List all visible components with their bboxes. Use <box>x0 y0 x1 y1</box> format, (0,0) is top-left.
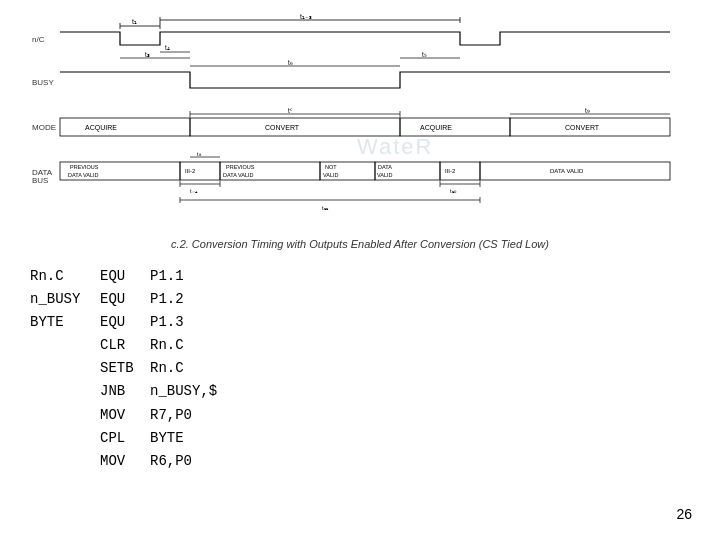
operand-r7p0: R7,P0 <box>150 404 192 427</box>
operand-nbusy-dollar: n_BUSY,$ <box>150 380 217 403</box>
label-empty-8 <box>30 427 100 450</box>
svg-text:ACQUIRE: ACQUIRE <box>420 124 452 132</box>
code-line-8: CPL BYTE <box>30 427 217 450</box>
svg-text:DATA VALID: DATA VALID <box>223 172 254 178</box>
svg-text:VALID: VALID <box>323 172 339 178</box>
label-empty-7 <box>30 404 100 427</box>
svg-text:t₁: t₁ <box>132 18 137 25</box>
svg-text:NOT: NOT <box>325 164 337 170</box>
label-empty-4 <box>30 334 100 357</box>
mnemonic-mov-2: MOV <box>100 450 150 473</box>
svg-text:CONVERT: CONVERT <box>565 124 600 131</box>
svg-text:III-2: III-2 <box>185 168 196 174</box>
code-line-2: n_BUSY EQU P1.2 <box>30 288 217 311</box>
svg-text:t₋₄: t₋₄ <box>190 188 198 194</box>
operand-p12: P1.2 <box>150 288 184 311</box>
label-empty-5 <box>30 357 100 380</box>
page-number: 26 <box>676 506 692 522</box>
svg-text:PREVIOUS: PREVIOUS <box>226 164 255 170</box>
timing-diagram: n/C BUSY MODE DATA BUS t₁ t₁₋₃ t₄ <box>30 10 690 240</box>
svg-text:DATA: DATA <box>378 164 392 170</box>
code-line-7: MOV R7,P0 <box>30 404 217 427</box>
code-line-9: MOV R6,P0 <box>30 450 217 473</box>
svg-text:PREVIOUS: PREVIOUS <box>70 164 99 170</box>
mnemonic-equ-3: EQU <box>100 311 150 334</box>
svg-text:t₃: t₃ <box>145 51 150 58</box>
label-empty-9 <box>30 450 100 473</box>
mnemonic-clr: CLR <box>100 334 150 357</box>
mnemonic-setb: SETB <box>100 357 150 380</box>
svg-text:t₈: t₈ <box>197 151 202 157</box>
label-nbusy: n_BUSY <box>30 288 100 311</box>
svg-text:t₁₁: t₁₁ <box>322 205 329 211</box>
code-line-1: Rn.C EQU P1.1 <box>30 265 217 288</box>
svg-text:CONVERT: CONVERT <box>265 124 300 131</box>
label-byte: BYTE <box>30 311 100 334</box>
operand-p13: P1.3 <box>150 311 184 334</box>
svg-text:t₆: t₆ <box>288 59 293 66</box>
svg-text:BUS: BUS <box>32 176 48 185</box>
operand-rnc-clr: Rn.C <box>150 334 184 357</box>
svg-text:ACQUIRE: ACQUIRE <box>85 124 117 132</box>
svg-text:tᶜ: tᶜ <box>288 107 293 114</box>
operand-r6p0: R6,P0 <box>150 450 192 473</box>
page-container: n/C BUSY MODE DATA BUS t₁ t₁₋₃ t₄ <box>0 0 720 540</box>
svg-text:BUSY: BUSY <box>32 78 54 87</box>
code-line-4: CLR Rn.C <box>30 334 217 357</box>
svg-text:III-2: III-2 <box>445 168 456 174</box>
svg-rect-21 <box>60 118 190 136</box>
code-line-5: SETB Rn.C <box>30 357 217 380</box>
svg-text:VALID: VALID <box>377 172 393 178</box>
code-area: Rn.C EQU P1.1 n_BUSY EQU P1.2 BYTE EQU P… <box>30 265 217 473</box>
svg-text:DATA VALID: DATA VALID <box>550 168 584 174</box>
svg-text:t₁₋₃: t₁₋₃ <box>300 13 312 20</box>
svg-text:t₁₀: t₁₀ <box>450 188 457 194</box>
mnemonic-jnb: JNB <box>100 380 150 403</box>
svg-rect-25 <box>400 118 510 136</box>
label-rnc: Rn.C <box>30 265 100 288</box>
mnemonic-mov-1: MOV <box>100 404 150 427</box>
mnemonic-equ-1: EQU <box>100 265 150 288</box>
svg-text:DATA VALID: DATA VALID <box>68 172 99 178</box>
svg-text:n/C: n/C <box>32 35 45 44</box>
mnemonic-equ-2: EQU <box>100 288 150 311</box>
operand-byte-cpl: BYTE <box>150 427 184 450</box>
svg-text:t₄: t₄ <box>165 44 170 51</box>
operand-rnc-setb: Rn.C <box>150 357 184 380</box>
label-empty-6 <box>30 380 100 403</box>
mnemonic-cpl: CPL <box>100 427 150 450</box>
code-line-3: BYTE EQU P1.3 <box>30 311 217 334</box>
code-line-6: JNB n_BUSY,$ <box>30 380 217 403</box>
diagram-caption: c.2. Conversion Timing with Outputs Enab… <box>0 238 720 250</box>
svg-text:t₉: t₉ <box>585 107 590 114</box>
svg-text:t₅: t₅ <box>422 51 427 58</box>
operand-p11: P1.1 <box>150 265 184 288</box>
svg-text:MODE: MODE <box>32 123 56 132</box>
